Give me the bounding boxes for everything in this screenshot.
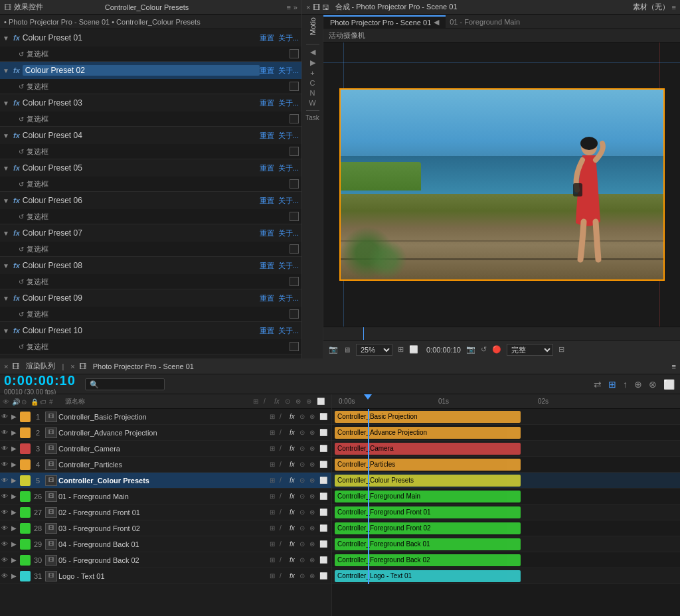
lt5-27[interactable]: ⊗ [309,508,319,516]
layer-row-28[interactable]: 👁 ▶ 28 🎞 03 - Foreground Front 02 ⊞ / fx… [0,520,331,536]
track-clip-27[interactable]: Controller_Foreground Front 01 [335,506,521,518]
lt3-26[interactable]: fx [290,493,299,500]
lt2-28[interactable]: / [280,524,289,532]
effect-about-5[interactable]: 关于... [278,163,299,173]
timeline-menu-btn[interactable]: ≡ [672,362,676,370]
effect-row-10[interactable]: ▼ fx Colour Preset 10 重置 关于... [0,322,301,339]
lt1-3[interactable]: ⊞ [270,445,279,452]
lt4-31[interactable]: ⊙ [299,572,309,579]
lt4-1[interactable]: ⊙ [299,413,309,420]
effect-row-4[interactable]: ▼ fx Colour Preset 04 重置 关于... [0,127,301,144]
motion-btn-1[interactable]: ◀ [310,48,315,56]
lt6-26[interactable]: ⬜ [319,493,329,500]
layer-eye-5[interactable]: 👁 [0,477,9,484]
lt3-4[interactable]: fx [290,461,299,468]
lt2-29[interactable]: / [280,540,289,548]
effect-about-3[interactable]: 关于... [278,98,299,108]
effect-row-6[interactable]: ▼ fx Colour Preset 06 重置 关于... [0,192,301,209]
motion-btn-2[interactable]: ▶ [310,58,315,67]
layer-eye-1[interactable]: 👁 [0,413,9,420]
tl-tool-4[interactable]: ⊕ [634,379,642,390]
motion-btn-6[interactable]: W [309,99,315,107]
footer-icon-3[interactable]: ⊞ [398,345,404,354]
track-row-29[interactable]: Controller_Foreground Back 01 [332,536,680,552]
checkbox-6[interactable] [290,212,299,221]
tl-tool-2[interactable]: ⊞ [608,379,616,390]
layer-eye-27[interactable]: 👁 [0,508,9,516]
quality-select[interactable]: 完整二分之一三分之一 [507,344,553,356]
layer-expand-28[interactable]: ▶ [9,524,19,532]
lt5-30[interactable]: ⊗ [309,556,319,564]
lt3-29[interactable]: fx [290,540,299,548]
lt2-30[interactable]: / [280,556,289,564]
lt6-1[interactable]: ⬜ [319,413,329,420]
zoom-select[interactable]: 25%50%100% [356,344,392,356]
lt3-28[interactable]: fx [290,524,299,532]
lt3-1[interactable]: fx [290,413,299,420]
effect-about-9[interactable]: 关于... [278,293,299,303]
layer-row-31[interactable]: 👁 ▶ 31 🎞 Logo - Text 01 ⊞ / fx ⊙ ⊗ ⬜ [0,568,331,584]
layer-row-3[interactable]: 👁 ▶ 3 🎞 Controller_Camera ⊞ / fx ⊙ ⊗ ⬜ [0,441,331,457]
effect-row-8[interactable]: ▼ fx Colour Preset 08 重置 关于... [0,257,301,274]
layer-expand-30[interactable]: ▶ [9,556,19,564]
layer-eye-3[interactable]: 👁 [0,445,9,452]
track-row-1[interactable]: Controller_Basic Projection [332,409,680,425]
footer-icon-2[interactable]: 🖥 [343,346,351,354]
timeline-search[interactable] [85,378,165,390]
lt5-26[interactable]: ⊗ [309,493,319,500]
effect-row-2[interactable]: ▼ fx Colour Preset 02 重置 关于... [0,62,301,79]
lt2-1[interactable]: / [280,413,289,420]
lt3-3[interactable]: fx [290,445,299,452]
layer-eye-4[interactable]: 👁 [0,461,9,468]
lt4-26[interactable]: ⊙ [299,493,309,500]
lt6-30[interactable]: ⬜ [319,556,329,564]
lt4-29[interactable]: ⊙ [299,540,309,548]
lt2-4[interactable]: / [280,461,289,468]
checkbox-3[interactable] [290,114,299,123]
tl-tool-6[interactable]: ⬜ [663,379,675,390]
layer-expand-1[interactable]: ▶ [9,413,19,420]
layer-expand-27[interactable]: ▶ [9,508,19,516]
lt5-2[interactable]: ⊗ [309,429,319,436]
timeline-close-btn[interactable]: × [4,362,8,370]
lt2-3[interactable]: / [280,445,289,452]
lt5-29[interactable]: ⊗ [309,540,319,548]
effect-reset-4[interactable]: 重置 [260,131,274,141]
effect-reset-3[interactable]: 重置 [260,98,274,108]
lt1-27[interactable]: ⊞ [270,508,279,516]
effect-about-4[interactable]: 关于... [278,131,299,141]
effect-row-9[interactable]: ▼ fx Colour Preset 09 重置 关于... [0,289,301,307]
layer-expand-26[interactable]: ▶ [9,493,19,500]
lt1-5[interactable]: ⊞ [270,477,279,484]
preview-tab[interactable]: Photo Projector Pro - Scene 01 ◀ [323,15,446,28]
layer-row-4[interactable]: 👁 ▶ 4 🎞 Controller_Particles ⊞ / fx ⊙ ⊗ … [0,457,331,473]
layer-expand-2[interactable]: ▶ [9,429,19,436]
lt4-30[interactable]: ⊙ [299,556,309,564]
checkbox-8[interactable] [290,277,299,286]
checkbox-4[interactable] [290,147,299,156]
effect-reset-10[interactable]: 重置 [260,326,274,336]
lt1-31[interactable]: ⊞ [270,572,279,579]
track-clip-29[interactable]: Controller_Foreground Back 01 [335,538,521,550]
lt4-5[interactable]: ⊙ [299,477,309,484]
lt6-5[interactable]: ⬜ [319,477,329,484]
track-clip-31[interactable]: Controller_Logo - Text 01 [335,570,521,582]
effect-about-8[interactable]: 关于... [278,261,299,271]
track-row-3[interactable]: Controller_Camera [332,441,680,457]
checkbox-7[interactable] [290,244,299,254]
track-row-2[interactable]: Controller_Advance Projection [332,425,680,441]
track-clip-26[interactable]: Controller_Foreground Main [335,491,521,502]
tl-tool-1[interactable]: ⇄ [594,379,602,390]
effect-reset-8[interactable]: 重置 [260,261,274,271]
lt6-3[interactable]: ⬜ [319,445,329,452]
layer-expand-29[interactable]: ▶ [9,540,19,548]
lt4-4[interactable]: ⊙ [299,461,309,468]
track-clip-3[interactable]: Controller_Camera [335,443,521,455]
lt6-31[interactable]: ⬜ [319,572,329,579]
lt6-29[interactable]: ⬜ [319,540,329,548]
lt6-27[interactable]: ⬜ [319,508,329,516]
layer-expand-4[interactable]: ▶ [9,461,19,468]
layer-row-1[interactable]: 👁 ▶ 1 🎞 Controller_Basic Projection ⊞ / … [0,409,331,425]
lt5-28[interactable]: ⊗ [309,524,319,532]
effect-row-1[interactable]: ▼ fx Colour Preset 01 重置 关于... [0,29,301,46]
